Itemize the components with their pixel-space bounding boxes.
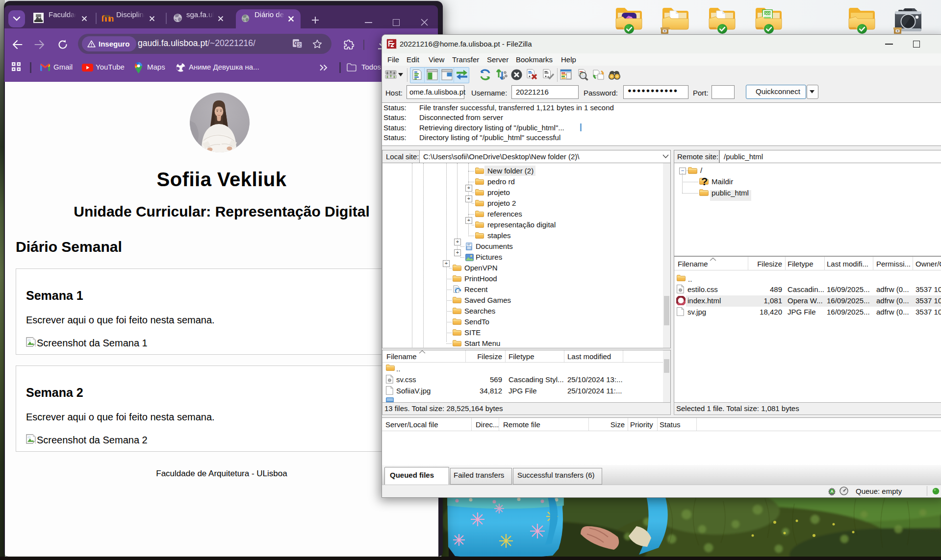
- svg-text:文: 文: [297, 42, 302, 48]
- svg-text:A: A: [830, 489, 833, 494]
- svg-text:QGS: QGS: [764, 12, 771, 16]
